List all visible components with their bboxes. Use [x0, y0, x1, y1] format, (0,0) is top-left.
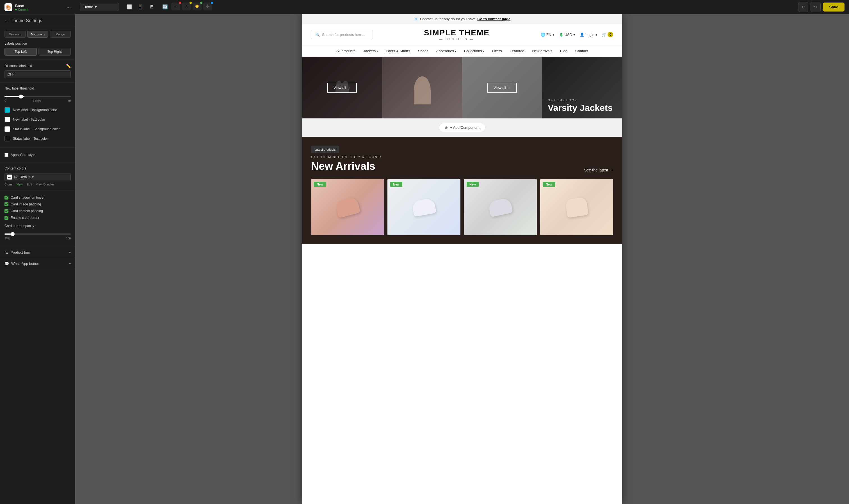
collection-card-3[interactable]: View all →	[462, 57, 542, 119]
badge-item-4[interactable]: ➕	[203, 2, 212, 11]
sidebar-more-button[interactable]: ···	[67, 4, 71, 11]
enable-card-border-row: Enable card border	[4, 214, 71, 221]
language-label: EN	[546, 33, 551, 37]
new-bg-color-row: New label - Background color	[4, 105, 71, 115]
discount-label-section: Discount label text ✏️	[0, 60, 75, 83]
language-selector[interactable]: 🌐 EN ▾	[541, 33, 554, 37]
badge-item-2[interactable]: A	[182, 2, 191, 11]
redo-button[interactable]: ↪	[811, 2, 821, 12]
add-component-button[interactable]: ⊕ + Add Component	[439, 123, 485, 132]
nav-pants-shorts[interactable]: Pants & Shorts	[386, 49, 410, 53]
new-text-color-swatch[interactable]	[4, 117, 10, 122]
collection-card-2[interactable]	[382, 57, 462, 119]
opacity-slider[interactable]	[4, 233, 71, 235]
apply-card-style-checkbox[interactable]	[4, 153, 8, 157]
color-scheme-selector[interactable]: Aa Bb Default ▾	[4, 173, 71, 181]
back-navigation[interactable]: ← Theme Settings	[0, 15, 75, 27]
page-selector-chevron-icon: ▾	[95, 5, 97, 9]
scheme-preview: Aa Bb	[7, 175, 18, 180]
product-image-wrap-1: New	[311, 179, 384, 235]
enable-card-border-checkbox[interactable]	[4, 216, 8, 220]
nav-blog[interactable]: Blog	[560, 49, 567, 53]
card-shadow-checkbox[interactable]	[4, 196, 8, 199]
product-card-2[interactable]: New	[387, 179, 460, 235]
apply-card-style-label: Apply Card style	[11, 153, 35, 157]
currency-chevron-icon: ▾	[573, 33, 575, 37]
card-image-padding-row: Card image padding	[4, 201, 71, 208]
top-right-toggle[interactable]: Top Right	[38, 48, 71, 56]
nav-featured[interactable]: Featured	[510, 49, 524, 53]
collections-grid: View all → V	[302, 57, 622, 119]
announcement-link[interactable]: Go to contact page	[477, 17, 510, 21]
discount-edit-icon[interactable]: ✏️	[66, 64, 71, 68]
range-section: Minimum Maximum Range Labels position To…	[0, 27, 75, 60]
nav-contact[interactable]: Contact	[575, 49, 588, 53]
mobile-view-button[interactable]: 📱	[136, 2, 145, 12]
new-link[interactable]: New	[17, 183, 23, 186]
maximum-tab[interactable]: Maximum	[27, 31, 48, 38]
clone-link[interactable]: Clone	[4, 183, 13, 186]
discount-label-row: Discount label text ✏️	[4, 64, 71, 68]
opacity-slider-container: 10% 100	[4, 231, 71, 240]
page-selector[interactable]: Home ▾	[80, 3, 119, 11]
nav-offers[interactable]: Offers	[492, 49, 502, 53]
product-card-4[interactable]: New	[540, 179, 613, 235]
product-card-1[interactable]: New	[311, 179, 384, 235]
badge-item-1[interactable]: 🏷	[171, 2, 180, 11]
product-form-icon: 🛍	[4, 250, 8, 254]
status-bg-color-swatch[interactable]	[4, 126, 10, 132]
minimum-tab[interactable]: Minimum	[4, 31, 25, 38]
collection-card-1[interactable]: View all →	[302, 57, 382, 119]
threshold-slider[interactable]	[4, 96, 71, 97]
nav-jackets[interactable]: Jackets	[363, 49, 378, 53]
labels-position-title: Labels position	[4, 41, 27, 46]
nav-new-arrivals[interactable]: New arrivals	[532, 49, 552, 53]
announcement-text: Contact us for any doubt you have	[420, 17, 476, 21]
top-left-toggle[interactable]: Top Left	[4, 48, 37, 56]
view-bundles-link[interactable]: View Bundles	[36, 183, 54, 186]
view-all-button-1[interactable]: View all →	[328, 83, 357, 93]
undo-button[interactable]: ↩	[798, 2, 808, 12]
whatsapp-button-row[interactable]: 💬 WhatsApp button ▾	[0, 258, 75, 269]
see-latest-button[interactable]: See the latest →	[584, 168, 613, 172]
enable-card-border-label: Enable card border	[11, 216, 39, 220]
app-logo: 🎨	[4, 3, 12, 11]
nav-all-products[interactable]: All products	[336, 49, 355, 53]
new-bg-color-swatch[interactable]	[4, 107, 10, 113]
card-content-padding-label: Card content padding	[11, 209, 43, 213]
cart-button[interactable]: 🛒 0	[602, 32, 613, 37]
card-image-padding-label: Card image padding	[11, 202, 41, 206]
product-form-chevron-icon: ▾	[69, 251, 71, 254]
product-image-4	[540, 179, 613, 235]
view-all-button-3[interactable]: View all →	[488, 83, 517, 93]
tablet-view-button[interactable]: 🖥	[147, 2, 156, 12]
sidebar-app-subtitle: Current	[15, 8, 64, 11]
login-button[interactable]: 👤 Login ▾	[580, 33, 598, 37]
logo-subtext: — CLOTHES —	[424, 37, 490, 41]
badge-dot-1	[179, 2, 181, 4]
product-image-2	[387, 179, 460, 235]
position-toggle-group: Top Left Top Right	[4, 48, 71, 56]
save-button[interactable]: Save	[823, 2, 845, 12]
search-icon: 🔍	[315, 33, 320, 37]
discount-value-input[interactable]	[4, 70, 71, 78]
desktop-view-button[interactable]: ⬜	[125, 2, 134, 12]
currency-selector[interactable]: 💲 USD ▾	[559, 33, 575, 37]
card-image-padding-checkbox[interactable]	[4, 202, 8, 206]
card-content-padding-checkbox[interactable]	[4, 209, 8, 213]
badge-item-3[interactable]: 😊	[193, 2, 201, 11]
nav-collections[interactable]: Collections	[464, 49, 484, 53]
edit-link[interactable]: Edit	[27, 183, 32, 186]
product-card-3[interactable]: New	[464, 179, 537, 235]
site-search-bar[interactable]: 🔍 Search for products here...	[311, 30, 373, 39]
refresh-button[interactable]: 🔄	[161, 2, 170, 12]
status-text-color-swatch[interactable]	[4, 136, 10, 141]
nav-shoes[interactable]: Shoes	[418, 49, 428, 53]
range-tab[interactable]: Range	[50, 31, 71, 38]
varsity-subtitle: GET THE LOOK	[548, 98, 613, 102]
product-image-3	[464, 179, 537, 235]
nav-accesories[interactable]: Accesories	[436, 49, 456, 53]
collection-card-varsity[interactable]: GET THE LOOK Varsity Jackets	[542, 57, 622, 119]
product-form-row[interactable]: 🛍 Product form ▾	[0, 247, 75, 258]
status-text-color-label: Status label - Text color	[13, 137, 48, 141]
